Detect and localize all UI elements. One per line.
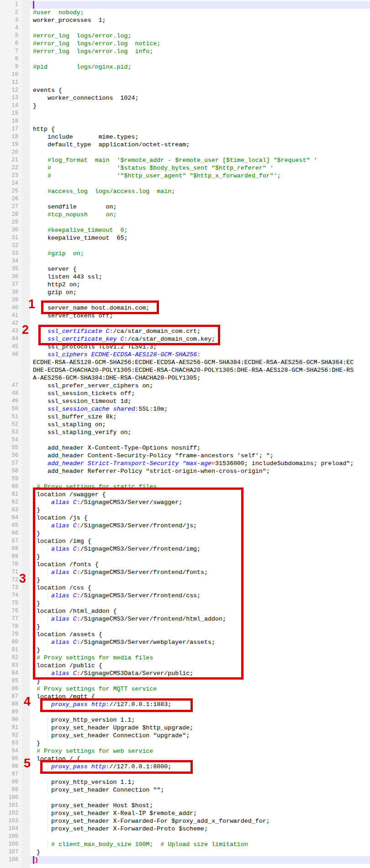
code-line: 20	[0, 149, 370, 156]
code-line-text: proxy_set_header X-Forwarded-Proto $sche…	[30, 825, 370, 833]
code-line-text: sendfile on;	[30, 203, 370, 211]
bookmark-margin	[22, 530, 30, 537]
bookmark-margin	[22, 327, 30, 335]
line-number: 108	[0, 856, 22, 864]
bookmark-margin	[22, 141, 30, 149]
code-token: }	[33, 102, 37, 109]
bookmark-margin	[22, 755, 30, 763]
bookmark-margin	[22, 413, 30, 421]
editor-rows[interactable]: 12#user nobody;3worker_processes 1;45#er…	[0, 0, 370, 868]
bookmark-margin	[22, 226, 30, 234]
code-line-text: proxy_http_version 1.1;	[30, 716, 370, 724]
line-number: 49	[0, 397, 22, 405]
bookmark-margin	[22, 615, 30, 623]
nginx-config-editor: 12#user nobody;3worker_processes 1;45#er…	[0, 0, 370, 868]
bookmark-margin	[22, 86, 30, 94]
code-line: 29	[0, 219, 370, 226]
code-line-text	[30, 475, 370, 483]
bookmark-margin	[22, 94, 30, 102]
bookmark-margin	[22, 607, 30, 615]
bookmark-margin	[22, 219, 30, 226]
code-line-text: ssl_session_tickets off;	[30, 390, 370, 397]
code-line-text	[30, 257, 370, 265]
code-token: # Proxy settings for media files	[33, 654, 153, 661]
code-line-text: ssl_session_timeout 1d;	[30, 397, 370, 405]
bookmark-margin	[22, 475, 30, 483]
code-token: proxy_set_header Upgrade $http_upgrade;	[33, 724, 193, 731]
code-line: 40 server_name host.domain.com;	[0, 304, 370, 312]
line-number: 10	[0, 71, 22, 79]
code-line-text	[30, 55, 370, 63]
line-number: 60	[0, 483, 22, 491]
line-number: 106	[0, 841, 22, 848]
line-number: 44	[0, 335, 22, 343]
line-number: 55	[0, 444, 22, 452]
code-token: }	[35, 857, 38, 863]
code-line-text: ECDHE-RSA-AES128-GCM-SHA256:ECDHE-ECDSA-…	[30, 359, 370, 366]
code-line: 82 # Proxy settings for media files	[0, 654, 370, 662]
code-line-text: worker_connections 1024;	[30, 94, 370, 102]
code-token: ssl_buffer_size 8k;	[33, 413, 117, 420]
code-line-text: worker_processes 1;	[30, 16, 370, 24]
code-line: 46 ssl_ciphers ECDHE-ECDSA-AES128-GCM-SH…	[0, 351, 370, 359]
code-line: 100	[0, 794, 370, 802]
code-token: #error_log logs/error.log info;	[33, 48, 153, 55]
bookmark-margin	[22, 848, 30, 856]
code-line-text	[30, 436, 370, 444]
line-number: 102	[0, 809, 22, 817]
code-line-text: # Proxy settings for media files	[30, 654, 370, 662]
bookmark-margin	[22, 763, 30, 771]
line-number: 6	[0, 40, 22, 48]
line-number: 59	[0, 475, 22, 483]
code-line-text	[30, 771, 370, 778]
bookmark-margin	[22, 825, 30, 833]
code-token: events {	[33, 87, 62, 94]
code-token: #tcp_nopush on;	[33, 211, 117, 218]
code-token: ssl_stapling on;	[33, 421, 106, 428]
code-token	[33, 670, 51, 677]
code-line-text: gzip on;	[30, 289, 370, 296]
code-token	[33, 406, 48, 413]
line-number: 65	[0, 522, 22, 530]
line-number: 76	[0, 607, 22, 615]
code-token: }	[33, 740, 40, 747]
bookmark-margin	[22, 670, 30, 677]
code-token: ssl_certificate C	[48, 328, 110, 335]
code-token: //127.0.0.1:1883;	[110, 701, 172, 708]
bookmark-margin	[22, 483, 30, 491]
code-line: 102 proxy_set_header X-Real-IP $remote_a…	[0, 809, 370, 817]
line-number: 87	[0, 693, 22, 701]
code-line: 98 proxy_http_version 1.1;	[0, 778, 370, 786]
line-number: 29	[0, 219, 22, 226]
bookmark-margin	[22, 156, 30, 164]
code-line-text: #error_log logs/error.log notice;	[30, 40, 370, 48]
bookmark-margin	[22, 817, 30, 825]
code-line-text: A-AES256-GCM-SHA384:DHE-RSA-CHACHA20-POL…	[30, 374, 370, 382]
bookmark-margin	[22, 864, 30, 868]
code-token: /SignageCMS3/Server/swagger;	[80, 499, 182, 506]
code-line: 64 location /js {	[0, 514, 370, 522]
code-line-text: }	[30, 506, 370, 514]
code-token	[33, 701, 51, 708]
line-number: 28	[0, 211, 22, 219]
code-line-text: proxy_set_header X-Forwarded-For $proxy_…	[30, 817, 370, 825]
bookmark-margin	[22, 514, 30, 522]
bookmark-margin	[22, 654, 30, 662]
line-number-gutter	[0, 864, 22, 868]
code-line-text: proxy_pass http://127.0.0.1:8000;	[30, 763, 370, 771]
line-number: 69	[0, 553, 22, 561]
line-number: 25	[0, 188, 22, 195]
code-token: add_header Strict-Transport-Security "ma…	[48, 460, 211, 467]
code-line: 66 }	[0, 530, 370, 537]
bookmark-margin	[22, 646, 30, 654]
code-token: :	[106, 763, 110, 770]
line-number: 53	[0, 429, 22, 436]
line-number: 75	[0, 600, 22, 607]
code-line-text	[30, 794, 370, 802]
line-number: 50	[0, 405, 22, 413]
code-line: 6#error_log logs/error.log notice;	[0, 40, 370, 48]
code-token: }	[33, 678, 40, 685]
bookmark-margin	[22, 600, 30, 607]
code-token: # '"$http_user_agent" "$http_x_forwarded…	[33, 172, 281, 179]
code-token: #user nobody;	[33, 9, 84, 16]
